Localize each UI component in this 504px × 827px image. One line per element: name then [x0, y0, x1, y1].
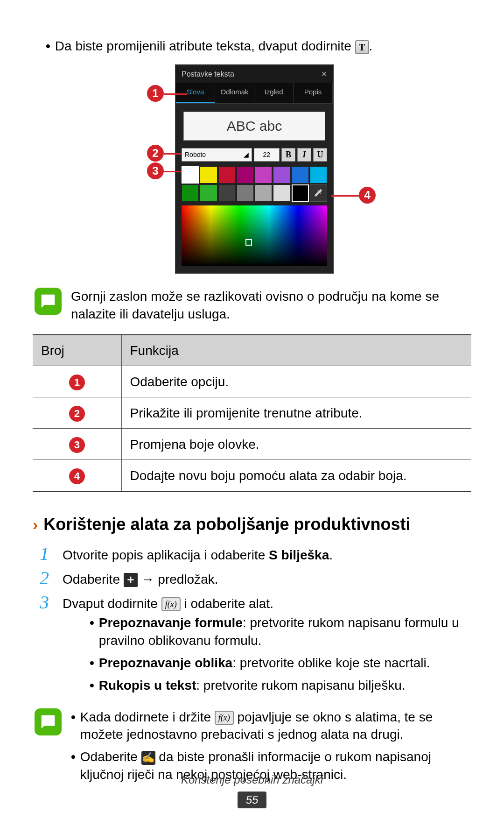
swatch[interactable] — [218, 184, 236, 202]
table-head-func: Funkcija — [121, 335, 471, 366]
info-note-1: Gornji zaslon može se razlikovati ovisno… — [33, 288, 471, 323]
swatch[interactable] — [237, 184, 254, 202]
search-web-icon: ✍ — [141, 751, 155, 765]
font-attribute-row: Roboto◢ 22 B I U — [182, 148, 327, 162]
callout-2: 2 — [147, 145, 164, 162]
color-swatch-grid — [182, 166, 327, 202]
swatch[interactable] — [273, 184, 290, 202]
step-3-body: Dvaput dodirnite f(x) i odaberite alat. … — [63, 593, 471, 699]
sub3-rest: : pretvorite rukom napisanu bilješku. — [196, 678, 405, 693]
swatch[interactable] — [200, 184, 217, 202]
eyedropper-icon[interactable] — [310, 184, 327, 202]
swatch[interactable] — [237, 166, 254, 184]
callout-3-line — [164, 171, 182, 172]
note2-b2a: Odaberite — [80, 749, 141, 764]
callout-4: 4 — [359, 187, 376, 204]
bold-button[interactable]: B — [281, 148, 295, 162]
table-row: 3 Promjena boje olovke. — [33, 429, 471, 460]
step-1-bold: S bilješka — [269, 548, 329, 562]
sub-bullet-2: •Prepoznavanje oblika: pretvorite oblike… — [90, 654, 471, 672]
function-table: Broj Funkcija 1 Odaberite opciju. 2 Prik… — [33, 334, 471, 492]
font-family-select[interactable]: Roboto◢ — [182, 148, 252, 162]
underline-button[interactable]: U — [313, 148, 327, 162]
callout-1-line — [164, 93, 187, 95]
italic-button[interactable]: I — [297, 148, 311, 162]
note-icon — [35, 288, 62, 315]
step-1: 1 Otvorite popis aplikacija i odaberite … — [36, 544, 471, 564]
note2-b1a: Kada dodirnete i držite — [80, 710, 215, 724]
callout-1: 1 — [147, 85, 164, 102]
row-func-1: Odaberite opciju. — [121, 366, 471, 397]
step-3-a: Dvaput dodirnite — [63, 596, 161, 611]
section-heading: › Korištenje alata za poboljšanje produk… — [33, 513, 471, 536]
swatch[interactable] — [310, 166, 327, 184]
swatch[interactable] — [255, 166, 272, 184]
font-family-value: Roboto — [185, 150, 206, 159]
section-title-text: Korištenje alata za poboljšanje produkti… — [43, 513, 410, 536]
tab-popis[interactable]: Popis — [294, 83, 333, 103]
top-bullet: • Da biste promijenili atribute teksta, … — [33, 37, 471, 55]
sub2-bold: Prepoznavanje oblika — [99, 656, 232, 670]
step-3-b: i odaberite alat. — [181, 596, 273, 611]
step-1-body: Otvorite popis aplikacija i odaberite S … — [63, 544, 471, 564]
text-settings-figure: 1 2 3 4 Postavke teksta ✕ Slova Odlomak … — [128, 64, 376, 274]
note-1-text: Gornji zaslon može se razlikovati ovisno… — [71, 288, 471, 323]
font-preview: ABC abc — [183, 112, 325, 141]
callout-4-line — [331, 195, 359, 197]
panel-title: Postavke teksta — [182, 69, 234, 79]
footer-caption: Korištenje posebnih značajki — [0, 772, 504, 787]
chevron-right-icon: › — [33, 514, 38, 536]
row-num-3: 3 — [69, 437, 85, 453]
swatch[interactable] — [273, 166, 290, 184]
row-func-4: Dodajte novu boju pomoću alata za odabir… — [121, 460, 471, 492]
step-number: 1 — [36, 544, 52, 563]
step-1-a: Otvorite popis aplikacija i odaberite — [63, 548, 269, 562]
sub-bullet-1: •Prepoznavanje formule: pretvorite rukom… — [90, 614, 471, 650]
panel-tabs: Slova Odlomak Izgled Popis — [176, 83, 333, 104]
row-num-1: 1 — [69, 375, 85, 390]
step-3-sublist: •Prepoznavanje formule: pretvorite rukom… — [90, 614, 471, 694]
steps-list: 1 Otvorite popis aplikacija i odaberite … — [36, 544, 471, 699]
row-num-4: 4 — [69, 468, 85, 484]
row-func-3: Promjena boje olovke. — [121, 429, 471, 460]
top-bullet-after: . — [369, 39, 373, 53]
text-settings-panel: Postavke teksta ✕ Slova Odlomak Izgled P… — [175, 64, 334, 274]
step-2: 2 Odaberite + → predložak. — [36, 569, 471, 588]
panel-header: Postavke teksta ✕ — [176, 65, 333, 83]
dropdown-triangle-icon: ◢ — [244, 150, 249, 159]
callout-2-line — [164, 153, 182, 155]
tab-odlomak[interactable]: Odlomak — [215, 83, 254, 103]
bullet-dot: • — [90, 654, 94, 672]
gradient-color-picker[interactable] — [182, 205, 327, 266]
plus-icon: + — [124, 573, 138, 587]
close-icon[interactable]: ✕ — [321, 69, 327, 79]
swatch[interactable] — [255, 184, 272, 202]
swatch[interactable] — [292, 166, 309, 184]
table-row: 2 Prikažite ili promijenite trenutne atr… — [33, 397, 471, 429]
step-number: 2 — [36, 569, 52, 587]
step-number: 3 — [36, 593, 52, 612]
swatch[interactable] — [218, 166, 236, 184]
page-footer: Korištenje posebnih značajki 55 — [0, 772, 504, 808]
row-num-2: 2 — [69, 406, 85, 422]
note2-bullet-1: • Kada dodirnete i držite f(x) pojavljuj… — [71, 708, 471, 744]
step-2-b: → predložak. — [138, 572, 218, 587]
fx-icon: f(x) — [161, 597, 181, 611]
swatch[interactable] — [292, 184, 309, 202]
step-3: 3 Dvaput dodirnite f(x) i odaberite alat… — [36, 593, 471, 699]
font-size-select[interactable]: 22 — [254, 148, 280, 162]
bullet-dot: • — [90, 677, 94, 694]
step-2-a: Odaberite — [63, 572, 124, 587]
swatch[interactable] — [182, 184, 199, 202]
bullet-dot: • — [90, 614, 94, 650]
sub3-bold: Rukopis u tekst — [99, 678, 196, 693]
tab-izgled[interactable]: Izgled — [254, 83, 294, 103]
swatch[interactable] — [200, 166, 217, 184]
step-2-body: Odaberite + → predložak. — [63, 569, 471, 588]
table-row: 4 Dodajte novu boju pomoću alata za odab… — [33, 460, 471, 492]
callout-3: 3 — [147, 163, 164, 179]
swatch[interactable] — [182, 166, 199, 184]
top-bullet-before: Da biste promijenili atribute teksta, dv… — [55, 39, 355, 53]
step-1-b: . — [329, 548, 333, 562]
page-number-badge: 55 — [238, 792, 267, 808]
